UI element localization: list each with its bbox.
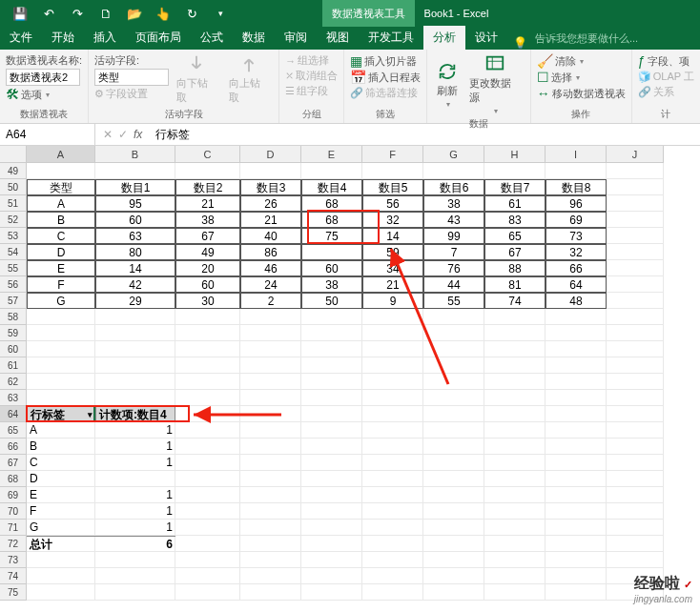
cell[interactable]: 88 (484, 260, 546, 276)
cell[interactable]: 69 (546, 212, 607, 228)
cell[interactable] (484, 357, 546, 374)
cell[interactable] (607, 487, 664, 503)
cell[interactable]: 38 (301, 276, 362, 293)
cell[interactable]: 1 (95, 455, 175, 471)
cell[interactable]: 74 (484, 293, 546, 309)
cell[interactable] (362, 357, 423, 374)
cell[interactable]: B (27, 212, 95, 228)
cell[interactable] (175, 552, 240, 568)
cell[interactable]: 1 (95, 487, 175, 503)
cell[interactable] (301, 309, 362, 325)
tab-home[interactable]: 开始 (42, 26, 84, 50)
cell[interactable] (175, 325, 240, 341)
cell[interactable] (362, 568, 423, 584)
cell[interactable] (95, 584, 175, 601)
col-header-C[interactable]: C (175, 146, 240, 163)
cell[interactable] (301, 584, 362, 601)
cell[interactable] (607, 374, 664, 390)
row-header-53[interactable]: 53 (0, 228, 27, 244)
cell[interactable] (607, 341, 664, 357)
cell[interactable] (546, 552, 607, 568)
cell[interactable]: 26 (240, 195, 301, 212)
cell[interactable]: 数目5 (362, 179, 423, 195)
cell[interactable]: 55 (423, 293, 484, 309)
cell[interactable]: 61 (484, 195, 546, 212)
cell[interactable]: 95 (95, 195, 175, 212)
cell[interactable] (240, 520, 301, 536)
cell[interactable]: 7 (423, 244, 484, 260)
clear-button[interactable]: 🧹清除▾ (537, 53, 626, 69)
cell[interactable] (607, 163, 664, 179)
cell[interactable] (607, 503, 664, 520)
insert-timeline-button[interactable]: 📅插入日程表 (350, 70, 421, 85)
cell[interactable] (423, 341, 484, 357)
cell[interactable] (301, 163, 362, 179)
cell[interactable] (484, 568, 546, 584)
row-header-67[interactable]: 67 (0, 455, 27, 471)
row-header-71[interactable]: 71 (0, 520, 27, 536)
tab-view[interactable]: 视图 (317, 26, 359, 50)
cell[interactable] (301, 341, 362, 357)
redo-icon[interactable]: ↷ (63, 0, 92, 27)
active-field-input[interactable] (94, 69, 169, 86)
cell[interactable] (607, 471, 664, 487)
move-pivot-button[interactable]: ↔移动数据透视表 (537, 86, 626, 101)
cell[interactable] (27, 374, 95, 390)
cell[interactable] (95, 341, 175, 357)
cell[interactable] (607, 293, 664, 309)
undo-icon[interactable]: ↶ (34, 0, 63, 27)
row-header-56[interactable]: 56 (0, 276, 27, 293)
cell[interactable]: 68 (301, 195, 362, 212)
cell[interactable] (362, 520, 423, 536)
cell[interactable] (546, 487, 607, 503)
cell[interactable] (27, 552, 95, 568)
cell[interactable]: 38 (175, 212, 240, 228)
row-header-75[interactable]: 75 (0, 584, 27, 601)
cancel-icon[interactable]: ✕ (103, 128, 113, 141)
cell[interactable]: 数目1 (95, 179, 175, 195)
cell[interactable]: 42 (95, 276, 175, 293)
cell[interactable]: 64 (546, 276, 607, 293)
cell[interactable]: 数目7 (484, 179, 546, 195)
cell[interactable] (484, 471, 546, 487)
cell[interactable]: 1 (95, 520, 175, 536)
cell[interactable] (301, 455, 362, 471)
tab-layout[interactable]: 页面布局 (126, 26, 191, 50)
cell[interactable] (423, 374, 484, 390)
cell[interactable]: 60 (301, 260, 362, 276)
cell[interactable]: G (27, 293, 95, 309)
cell[interactable] (484, 487, 546, 503)
field-settings-button[interactable]: ⚙字段设置 (94, 87, 169, 101)
cell[interactable] (362, 503, 423, 520)
cell[interactable] (95, 309, 175, 325)
cell[interactable]: 32 (362, 212, 423, 228)
cell[interactable] (546, 503, 607, 520)
cell[interactable] (27, 325, 95, 341)
cell[interactable] (301, 503, 362, 520)
tab-insert[interactable]: 插入 (84, 26, 126, 50)
cell[interactable] (240, 390, 301, 406)
cell[interactable] (175, 455, 240, 471)
cell[interactable] (546, 309, 607, 325)
cell[interactable] (301, 487, 362, 503)
row-header-57[interactable]: 57 (0, 293, 27, 309)
cell[interactable] (27, 341, 95, 357)
row-header-50[interactable]: 50 (0, 179, 27, 195)
cell[interactable] (95, 325, 175, 341)
cell[interactable]: 34 (362, 260, 423, 276)
cell[interactable] (27, 357, 95, 374)
cell[interactable] (484, 309, 546, 325)
cell[interactable] (240, 455, 301, 471)
col-header-G[interactable]: G (423, 146, 484, 163)
col-header-I[interactable]: I (546, 146, 607, 163)
cell[interactable] (301, 536, 362, 552)
cell[interactable]: 50 (301, 293, 362, 309)
cell[interactable] (607, 260, 664, 276)
cell[interactable]: 32 (546, 244, 607, 260)
cell[interactable] (240, 439, 301, 455)
row-header-70[interactable]: 70 (0, 503, 27, 520)
formula-bar[interactable]: 行标签 (150, 125, 700, 145)
cell[interactable] (484, 406, 546, 422)
cell[interactable] (175, 406, 240, 422)
row-header-74[interactable]: 74 (0, 568, 27, 584)
